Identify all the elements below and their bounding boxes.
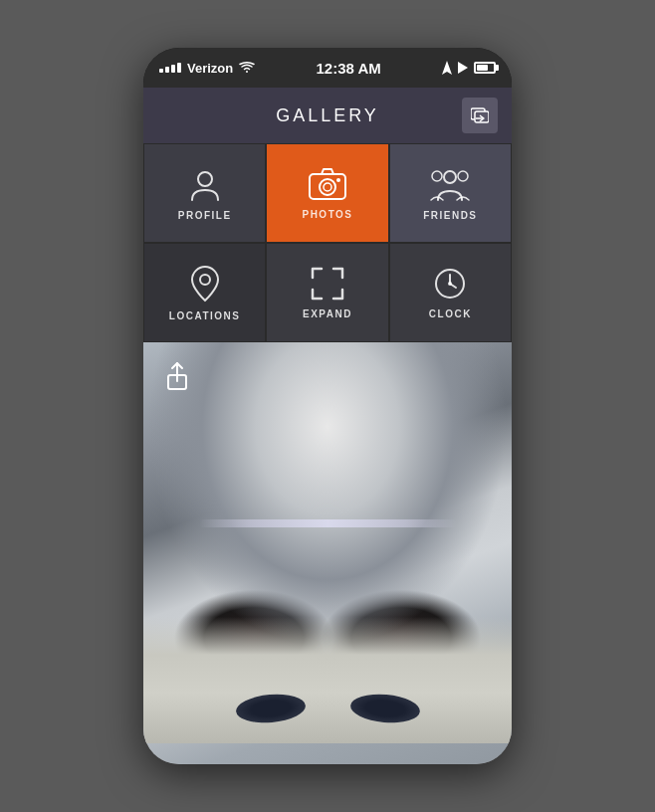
status-right <box>442 61 496 75</box>
share-button[interactable] <box>157 356 197 396</box>
svg-marker-1 <box>458 62 468 74</box>
photos-label: PHOTOS <box>302 209 352 220</box>
svg-point-7 <box>320 179 335 195</box>
clock-label: CLOCK <box>429 308 472 319</box>
battery-fill <box>477 65 488 71</box>
grid-item-clock[interactable]: CLOCK <box>389 243 512 342</box>
wifi-icon <box>239 62 255 74</box>
carrier-label: Verizon <box>187 61 233 76</box>
location-arrow-icon <box>442 61 452 75</box>
grid-item-expand[interactable]: EXPAND <box>266 243 388 342</box>
svg-point-17 <box>448 282 452 286</box>
grid-item-friends[interactable]: FRIENDS <box>389 143 512 243</box>
menu-grid: PROFILE PHOTOS FRIENDS <box>143 143 512 342</box>
signal-bar-2 <box>165 67 169 73</box>
app-title: GALLERY <box>276 105 379 126</box>
grid-item-photos[interactable]: PHOTOS <box>266 143 388 243</box>
battery-indicator <box>474 62 496 74</box>
signal-bar-3 <box>171 65 175 73</box>
share-icon <box>164 361 190 391</box>
expand-label: EXPAND <box>303 308 352 319</box>
grid-item-profile[interactable]: PROFILE <box>143 143 266 243</box>
svg-point-9 <box>336 178 340 182</box>
svg-point-8 <box>324 183 331 191</box>
friends-label: FRIENDS <box>423 210 477 221</box>
expand-icon <box>311 267 344 301</box>
profile-label: PROFILE <box>178 210 232 221</box>
phone-frame: Verizon 12:38 AM GAL <box>143 48 512 764</box>
photo-background <box>143 342 512 764</box>
status-bar: Verizon 12:38 AM <box>143 48 512 88</box>
svg-point-11 <box>458 171 468 181</box>
photo-area <box>143 342 512 764</box>
signal-bars <box>159 63 181 73</box>
locations-label: LOCATIONS <box>169 310 241 321</box>
svg-point-13 <box>200 275 210 285</box>
forward-icon <box>471 107 489 123</box>
signal-bar-4 <box>177 63 181 73</box>
svg-point-10 <box>444 171 456 183</box>
profile-icon <box>187 166 223 202</box>
status-left: Verizon <box>159 61 255 76</box>
camera-icon <box>309 167 346 201</box>
forward-button[interactable] <box>462 98 498 133</box>
app-header: GALLERY <box>143 88 512 143</box>
svg-point-12 <box>432 171 442 181</box>
location-icon <box>190 265 220 303</box>
status-time: 12:38 AM <box>316 60 380 77</box>
clock-icon <box>433 267 467 301</box>
svg-marker-0 <box>442 61 452 75</box>
friends-icon <box>429 166 471 202</box>
signal-bar-1 <box>159 69 163 73</box>
play-icon <box>458 62 468 74</box>
svg-point-5 <box>198 172 212 186</box>
grid-item-locations[interactable]: LOCATIONS <box>143 243 266 342</box>
